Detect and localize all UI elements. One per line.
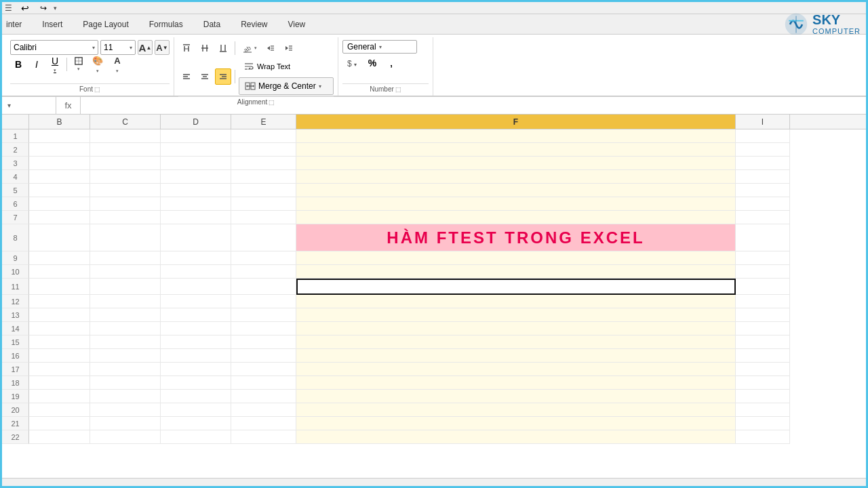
- cell-c4[interactable]: [90, 170, 161, 184]
- cell-e7[interactable]: [231, 211, 296, 224]
- cell-f4[interactable]: [296, 170, 736, 184]
- cell-e10[interactable]: [231, 265, 296, 279]
- font-shrink-button[interactable]: A▼: [155, 40, 170, 55]
- cell-d1[interactable]: [161, 129, 231, 143]
- cell-e3[interactable]: [231, 157, 296, 170]
- cell-d7[interactable]: [161, 211, 231, 224]
- font-name-select[interactable]: Calibri ▾: [10, 40, 98, 55]
- cell-d6[interactable]: [161, 197, 231, 211]
- cell-e8[interactable]: [231, 224, 296, 251]
- cell-b2[interactable]: [29, 143, 90, 157]
- cell-i5[interactable]: [736, 184, 790, 197]
- cell-c9[interactable]: [90, 251, 161, 265]
- cell-i4[interactable]: [736, 170, 790, 184]
- align-center-button[interactable]: [197, 68, 213, 85]
- cell-c7[interactable]: [90, 211, 161, 224]
- cell-b7[interactable]: [29, 211, 90, 224]
- cell-i6[interactable]: [736, 197, 790, 211]
- cell-i2[interactable]: [736, 143, 790, 157]
- wrap-text-button[interactable]: Wrap Text: [239, 58, 334, 75]
- cell-b3[interactable]: [29, 157, 90, 170]
- comma-button[interactable]: ,: [383, 55, 399, 71]
- align-middle-button[interactable]: [197, 40, 213, 56]
- cell-i10[interactable]: [736, 265, 790, 279]
- align-top-button[interactable]: [178, 40, 195, 56]
- cell-f9[interactable]: [296, 251, 736, 265]
- cell-f6[interactable]: [296, 197, 736, 211]
- align-right-button[interactable]: [215, 68, 231, 85]
- tab-page-layout[interactable]: Page Layout: [73, 17, 138, 32]
- undo-button[interactable]: ↩: [17, 0, 33, 16]
- cell-d2[interactable]: [161, 143, 231, 157]
- cell-e1[interactable]: [231, 129, 296, 143]
- cell-e9[interactable]: [231, 251, 296, 265]
- bold-button[interactable]: B: [10, 56, 26, 73]
- tab-review[interactable]: Review: [231, 17, 277, 32]
- cell-i1[interactable]: [736, 129, 790, 143]
- cell-d8[interactable]: [161, 224, 231, 251]
- cell-c2[interactable]: [90, 143, 161, 157]
- cell-i8[interactable]: [736, 224, 790, 251]
- cell-d11[interactable]: [161, 279, 231, 295]
- cell-c3[interactable]: [90, 157, 161, 170]
- cell-d5[interactable]: [161, 184, 231, 197]
- cell-f11-selected[interactable]: [296, 279, 736, 295]
- tab-insert[interactable]: Insert: [33, 17, 72, 32]
- italic-button[interactable]: I: [28, 56, 45, 73]
- underline-button[interactable]: U ▾: [47, 56, 63, 73]
- font-grow-button[interactable]: A▲: [138, 40, 153, 55]
- cell-name-box[interactable]: ▾: [2, 97, 56, 114]
- cell-f3[interactable]: [296, 157, 736, 170]
- cell-b5[interactable]: [29, 184, 90, 197]
- cell-b1[interactable]: [29, 129, 90, 143]
- col-header-c[interactable]: C: [90, 115, 161, 129]
- orientation-button[interactable]: ab ▾: [239, 40, 260, 56]
- tab-formulas[interactable]: Formulas: [140, 17, 193, 32]
- cell-c8[interactable]: [90, 224, 161, 251]
- indent-decrease-button[interactable]: [262, 40, 279, 56]
- cell-e4[interactable]: [231, 170, 296, 184]
- cell-b11[interactable]: [29, 279, 90, 295]
- col-header-f[interactable]: F: [296, 115, 736, 129]
- menu-icon[interactable]: ☰: [5, 3, 12, 13]
- cell-f5[interactable]: [296, 184, 736, 197]
- merge-dropdown-arrow[interactable]: ▾: [319, 83, 321, 89]
- cell-e11[interactable]: [231, 279, 296, 295]
- font-expand-icon[interactable]: ⬚: [94, 86, 100, 93]
- font-color-button[interactable]: A ▾: [108, 56, 126, 73]
- cell-c1[interactable]: [90, 129, 161, 143]
- cell-b8[interactable]: [29, 224, 90, 251]
- cell-d4[interactable]: [161, 170, 231, 184]
- cell-i3[interactable]: [736, 157, 790, 170]
- cell-f8-title[interactable]: HÀM FTEST TRONG EXCEL: [296, 224, 736, 251]
- col-header-i[interactable]: I: [736, 115, 790, 129]
- cell-b4[interactable]: [29, 170, 90, 184]
- cell-f1[interactable]: [296, 129, 736, 143]
- cell-i11[interactable]: [736, 279, 790, 295]
- tab-data[interactable]: Data: [194, 17, 230, 32]
- alignment-expand-icon[interactable]: ⬚: [269, 99, 275, 106]
- cell-e6[interactable]: [231, 197, 296, 211]
- merge-center-button[interactable]: Merge & Center ▾: [239, 77, 334, 95]
- number-expand-icon[interactable]: ⬚: [395, 86, 401, 93]
- cell-b6[interactable]: [29, 197, 90, 211]
- font-size-select[interactable]: 11 ▾: [100, 40, 136, 55]
- currency-button[interactable]: $ ▾: [342, 55, 361, 71]
- cell-f2[interactable]: [296, 143, 736, 157]
- col-header-b[interactable]: B: [29, 115, 90, 129]
- cell-c6[interactable]: [90, 197, 161, 211]
- fx-button[interactable]: fx: [56, 97, 81, 114]
- redo-button[interactable]: ↪: [35, 0, 52, 16]
- cell-d10[interactable]: [161, 265, 231, 279]
- cell-f7[interactable]: [296, 211, 736, 224]
- cell-d3[interactable]: [161, 157, 231, 170]
- align-bottom-button[interactable]: [215, 40, 231, 56]
- cell-i9[interactable]: [736, 251, 790, 265]
- cell-d9[interactable]: [161, 251, 231, 265]
- borders-button[interactable]: ▾: [71, 56, 87, 73]
- cell-f10[interactable]: [296, 265, 736, 279]
- indent-increase-button[interactable]: [281, 40, 297, 56]
- col-header-d[interactable]: D: [161, 115, 231, 129]
- cell-c5[interactable]: [90, 184, 161, 197]
- number-format-select[interactable]: General ▾: [342, 40, 417, 54]
